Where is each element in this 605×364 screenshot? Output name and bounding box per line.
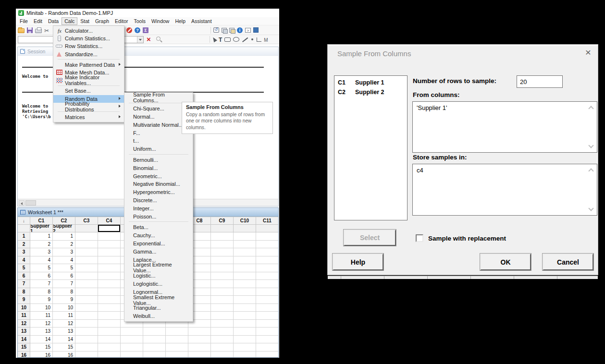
variable-list[interactable]: C1Supplier 1C2Supplier 2 — [334, 75, 407, 220]
cell-c2-5[interactable]: 5 — [53, 264, 75, 272]
label-row-header[interactable] — [18, 225, 30, 232]
chevron-up-icon[interactable] — [588, 168, 593, 173]
cell-c11-8[interactable] — [256, 288, 279, 296]
save-icon[interactable] — [27, 27, 33, 33]
cell-c8-14[interactable] — [188, 336, 211, 344]
cell-c10-10[interactable] — [234, 304, 256, 312]
cell-c7-14[interactable] — [166, 336, 188, 344]
cell-c4-10[interactable] — [98, 304, 121, 312]
cell-c1-8[interactable]: 8 — [30, 288, 53, 296]
cell-c7-16[interactable] — [166, 352, 188, 358]
cell-c2-12[interactable]: 12 — [53, 320, 75, 328]
cell-c6-16[interactable] — [143, 352, 166, 358]
cell-c1-3[interactable]: 3 — [30, 248, 53, 256]
cell-c4-16[interactable] — [98, 352, 121, 358]
label-cell-c1[interactable]: Supplier 1 — [30, 225, 53, 232]
help-button[interactable]: Help — [333, 254, 383, 270]
cell-c1-1[interactable]: 1 — [30, 232, 53, 241]
cell-c10-15[interactable] — [234, 343, 256, 352]
menu-item-calculator[interactable]: Calculator... — [53, 27, 124, 35]
cell-c3-5[interactable] — [75, 264, 98, 272]
menu-item-exponential[interactable]: Exponential... — [124, 240, 193, 248]
cell-c2-2[interactable]: 2 — [53, 241, 75, 249]
menu-item-set-base[interactable]: Set Base... — [53, 87, 124, 95]
cell-c2-7[interactable]: 7 — [53, 280, 75, 288]
scrollbar-thumb[interactable] — [25, 200, 36, 206]
cell-c9-3[interactable] — [211, 248, 234, 256]
menu-item-discrete[interactable]: Discrete... — [124, 196, 193, 205]
cell-c4-7[interactable] — [98, 280, 121, 288]
cell-c2-6[interactable]: 6 — [53, 272, 75, 280]
cell-c10-4[interactable] — [234, 256, 256, 265]
cell-c4-13[interactable] — [98, 328, 121, 336]
from-columns-textbox[interactable]: 'Supplier 1' — [412, 101, 597, 153]
close-icon[interactable]: × — [585, 47, 591, 58]
cell-c11-1[interactable] — [256, 232, 279, 241]
cell-c4-2[interactable] — [98, 241, 121, 249]
cell-c9-9[interactable] — [211, 296, 234, 304]
label-cell-c11[interactable] — [256, 225, 279, 232]
cell-c2-15[interactable]: 15 — [53, 343, 75, 352]
column-direction-arrow-icon[interactable] — [18, 217, 30, 225]
cell-c10-12[interactable] — [234, 320, 256, 328]
cell-c1-2[interactable]: 2 — [30, 241, 53, 249]
cell-c2-13[interactable]: 13 — [53, 328, 75, 336]
cell-c8-15[interactable] — [188, 343, 211, 352]
cell-c2-8[interactable]: 8 — [53, 288, 75, 296]
cell-c11-13[interactable] — [256, 328, 279, 336]
menu-window[interactable]: Window — [148, 17, 172, 25]
menu-item-loglogistic[interactable]: Loglogistic... — [124, 280, 193, 288]
menu-item-poisson[interactable]: Poisson... — [124, 212, 193, 220]
info-icon[interactable] — [237, 27, 243, 33]
cell-c10-9[interactable] — [234, 296, 256, 304]
cell-c11-14[interactable] — [256, 336, 279, 344]
row-header-12[interactable]: 12 — [18, 320, 30, 328]
menu-item-uniform[interactable]: Uniform... — [124, 145, 193, 153]
menu-data[interactable]: Data — [45, 17, 62, 25]
menu-edit[interactable]: Edit — [31, 17, 45, 25]
label-cell-c2[interactable]: Supplier 2 — [53, 225, 75, 232]
cell-c2-14[interactable]: 14 — [53, 336, 75, 344]
cell-c7-15[interactable] — [166, 343, 188, 352]
menu-editor[interactable]: Editor — [112, 17, 131, 25]
column-header-c2[interactable]: C2 — [53, 217, 75, 225]
menu-item-integer[interactable]: Integer... — [124, 204, 193, 212]
store-samples-textbox[interactable]: c4 — [412, 164, 597, 216]
cell-c11-16[interactable] — [256, 352, 279, 358]
cell-c11-4[interactable] — [256, 256, 279, 265]
cell-c9-5[interactable] — [211, 264, 234, 272]
chevron-down-icon[interactable] — [588, 143, 593, 148]
cell-c3-13[interactable] — [75, 328, 98, 336]
row-header-8[interactable]: 8 — [18, 288, 30, 296]
cell-c1-15[interactable]: 15 — [30, 343, 53, 352]
cell-c5-13[interactable] — [121, 328, 143, 336]
cell-c1-16[interactable]: 16 — [30, 352, 53, 358]
row-header-11[interactable]: 11 — [18, 312, 30, 320]
chevron-down-icon[interactable] — [588, 206, 593, 211]
cell-c4-3[interactable] — [98, 248, 121, 256]
cell-c3-10[interactable] — [75, 304, 98, 312]
cell-c2-10[interactable]: 10 — [53, 304, 75, 312]
row-header-5[interactable]: 5 — [18, 264, 30, 272]
cell-c11-6[interactable] — [256, 272, 279, 280]
cell-c2-9[interactable]: 9 — [53, 296, 75, 304]
cell-c1-12[interactable]: 12 — [30, 320, 53, 328]
cell-c4-8[interactable] — [98, 288, 121, 296]
cell-c5-15[interactable] — [121, 343, 143, 352]
cell-c10-14[interactable] — [234, 336, 256, 344]
cell-c3-11[interactable] — [75, 312, 98, 320]
cell-c11-5[interactable] — [256, 264, 279, 272]
cell-c11-7[interactable] — [256, 280, 279, 288]
menu-file[interactable]: File — [17, 17, 31, 25]
cell-c10-2[interactable] — [234, 241, 256, 249]
cancel-x-icon[interactable]: × — [147, 35, 151, 44]
cell-c11-3[interactable] — [256, 248, 279, 256]
menu-item-make-indicator-variables[interactable]: Make Indicator Variables... — [53, 76, 124, 84]
menu-tools[interactable]: Tools — [131, 17, 149, 25]
menu-item-hypergeometric[interactable]: Hypergeometric... — [124, 188, 193, 196]
menu-item-make-patterned-data[interactable]: Make Patterned Data — [53, 61, 124, 69]
cell-c11-10[interactable] — [256, 304, 279, 312]
cell-c4-14[interactable] — [98, 336, 121, 344]
cell-c2-4[interactable]: 4 — [53, 256, 75, 265]
variable-item-c2[interactable]: C2Supplier 2 — [338, 87, 407, 97]
